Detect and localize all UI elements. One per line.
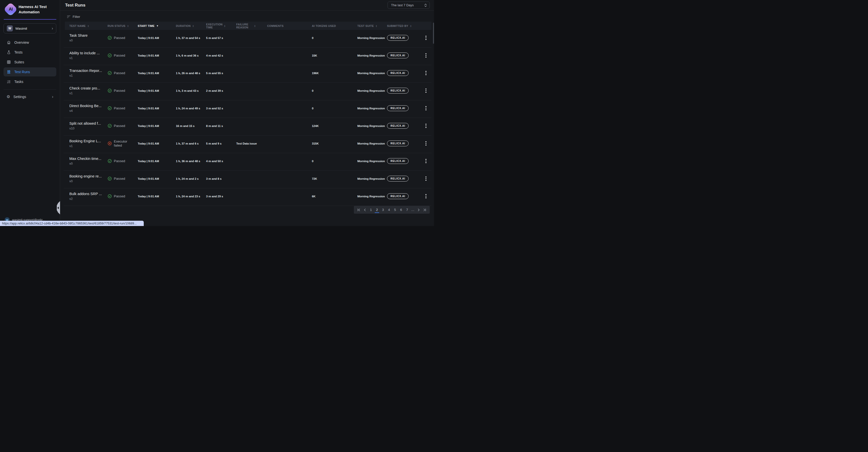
sidebar-item-suites[interactable]: Suites <box>3 58 56 67</box>
pagination-page-7-button[interactable]: 7 <box>404 206 410 214</box>
pagination-page-2-button[interactable]: 2 <box>374 206 380 214</box>
date-range-select[interactable]: The last 7 Days <box>388 1 430 9</box>
pagination-prev-button[interactable] <box>362 206 368 214</box>
test-name-link[interactable]: Booking Engine L... <box>69 139 107 143</box>
table-row[interactable]: Split not allowed f...v10PassedToday | 9… <box>64 118 432 135</box>
cell-duration: 1 h, 24 m and 49 s <box>176 107 206 110</box>
col-header-failure-reason[interactable]: FAILURE REASON▲▼ <box>236 23 267 29</box>
cell-test-name: Ability to include ...v1 <box>69 51 107 60</box>
row-actions-button[interactable] <box>421 52 431 59</box>
test-name-link[interactable]: Direct Booking Be... <box>69 104 107 108</box>
pagination-page-4-button[interactable]: 4 <box>386 206 392 214</box>
kebab-icon <box>426 177 427 178</box>
grid-icon <box>6 60 11 64</box>
pagination-page-5-button[interactable]: 5 <box>392 206 398 214</box>
sidebar-item-settings[interactable]: ⚙ Settings › <box>3 92 56 101</box>
col-header-duration[interactable]: DURATION▲▼ <box>176 24 206 27</box>
col-header-run-status[interactable]: RUN STATUS▲▼ <box>107 24 138 27</box>
cell-submitted-by: RELICX.AI <box>387 36 417 41</box>
submitted-by-badge: RELICX.AI <box>387 176 409 181</box>
cell-test-name: Check create pro...v1 <box>69 86 107 95</box>
sidebar-item-overview[interactable]: Overview <box>3 38 56 47</box>
test-name-link[interactable]: Split not allowed f... <box>69 121 107 125</box>
col-header-submitted-by[interactable]: SUBMITTED BY▲▼ <box>387 24 417 27</box>
chevron-up-down-icon <box>424 3 427 7</box>
cell-run-status: Executor failed <box>107 140 138 148</box>
pagination-page-3-button[interactable]: 3 <box>380 206 386 214</box>
table-row[interactable]: Ability to include ...v1PassedToday | 9:… <box>64 48 432 65</box>
test-name-link[interactable]: Ability to include ... <box>69 51 107 55</box>
run-status-label: Passed <box>114 54 125 58</box>
table-row[interactable]: Direct Booking Be...v4PassedToday | 9:01… <box>64 100 432 118</box>
sort-arrows-icon: ▲▼ <box>254 25 256 27</box>
row-actions-button[interactable] <box>421 87 431 94</box>
row-actions-button[interactable] <box>421 140 431 147</box>
row-actions-button[interactable] <box>421 69 431 77</box>
pagination-page-1-button[interactable]: 1 <box>368 206 374 214</box>
sort-arrows-icon: ▲▼ <box>375 25 377 27</box>
kebab-icon <box>426 106 427 107</box>
cell-start-time: Today | 9:01 AM <box>138 107 176 110</box>
row-actions-button[interactable] <box>421 122 431 129</box>
cell-duration: 1 h, 24 m and 2 s <box>176 177 206 180</box>
sidebar-item-tasks[interactable]: Tasks <box>3 77 56 86</box>
passed-icon <box>107 177 112 181</box>
table-row[interactable]: Task Sharev0PassedToday | 9:01 AM1 h, 37… <box>64 30 432 48</box>
submitted-by-badge: RELICX.AI <box>387 123 409 129</box>
org-selector[interactable]: W Wasimil › <box>3 23 56 33</box>
table-row[interactable]: Booking Engine L...v1Executor failedToda… <box>64 135 432 153</box>
col-header-execution-time[interactable]: EXECUTION TIME▲▼ <box>206 23 236 29</box>
table-row[interactable]: Bulk addons SRP ...v2PassedToday | 9:01 … <box>64 188 432 206</box>
chevron-right-icon: › <box>52 95 53 99</box>
table-row[interactable]: Max Checkin time...v0PassedToday | 9:01 … <box>64 153 432 171</box>
row-actions-button[interactable] <box>421 175 431 182</box>
filter-row: Filter <box>67 15 434 19</box>
sort-arrows-icon: ▲▼ <box>192 25 194 27</box>
sidebar-collapse-handle[interactable] <box>57 201 60 214</box>
cell-run-status: Passed <box>107 194 138 198</box>
main-content: Test Runs The last 7 Days Filter TEST NA… <box>60 0 434 226</box>
page-title: Test Runs <box>65 3 388 8</box>
table-row[interactable]: Transaction Repor...v1PassedToday | 9:01… <box>64 65 432 83</box>
filter-button[interactable]: Filter <box>67 15 80 19</box>
col-header-ai-tokens-used: AI TOKENS USED <box>312 24 358 27</box>
row-actions-button[interactable] <box>421 192 431 200</box>
col-header-test-suite[interactable]: TEST SUITE▲▼ <box>358 24 387 27</box>
submitted-by-badge: RELICX.AI <box>387 141 409 146</box>
row-actions-button[interactable] <box>421 157 431 165</box>
cell-start-time: Today | 9:01 AM <box>138 142 176 145</box>
sort-desc-icon: ▼ <box>156 25 159 27</box>
sidebar: AI Harness AI Test Automation W Wasimil … <box>0 0 60 226</box>
pagination-next-button[interactable] <box>416 206 422 214</box>
test-name-link[interactable]: Task Share <box>69 33 107 37</box>
table-row[interactable]: Check create pro...v1PassedToday | 9:01 … <box>64 83 432 100</box>
sidebar-item-test-runs[interactable]: Test Runs <box>3 67 56 77</box>
cell-run-status: Passed <box>107 177 138 181</box>
col-header-test-name[interactable]: TEST NAME▲▼ <box>69 24 107 27</box>
test-name-link[interactable]: Check create pro... <box>69 86 107 90</box>
row-actions-button[interactable] <box>421 104 431 112</box>
sidebar-item-tests[interactable]: Tests <box>3 48 56 57</box>
run-status-label: Passed <box>114 89 125 93</box>
cell-run-status: Passed <box>107 36 138 40</box>
pagination-page-6-button[interactable]: 6 <box>398 206 404 214</box>
row-actions-button[interactable] <box>421 34 431 41</box>
cell-run-status: Passed <box>107 89 138 93</box>
table-row[interactable]: Booking engine re...v0PassedToday | 9:01… <box>64 171 432 188</box>
pagination-last-button[interactable] <box>422 206 428 214</box>
test-name-link[interactable]: Transaction Repor... <box>69 69 107 73</box>
cell-test-name: Booking engine re...v0 <box>69 174 107 183</box>
cell-duration: 1 h, 24 m and 23 s <box>176 195 206 198</box>
cell-execution-time: 4 m and 50 s <box>206 160 236 163</box>
cell-submitted-by: RELICX.AI <box>387 71 417 77</box>
cell-start-time: Today | 9:01 AM <box>138 54 176 57</box>
cell-test-name: Bulk addons SRP ...v2 <box>69 192 107 201</box>
test-name-link[interactable]: Booking engine re... <box>69 174 107 178</box>
flask-icon <box>6 50 11 55</box>
scrollbar-thumb[interactable] <box>433 23 434 44</box>
col-header-start-time[interactable]: START TIME▼ <box>138 24 176 27</box>
test-name-link[interactable]: Max Checkin time... <box>69 157 107 161</box>
pagination-first-button[interactable] <box>356 206 362 214</box>
test-name-link[interactable]: Bulk addons SRP ... <box>69 192 107 196</box>
run-status-label: Passed <box>114 36 125 40</box>
